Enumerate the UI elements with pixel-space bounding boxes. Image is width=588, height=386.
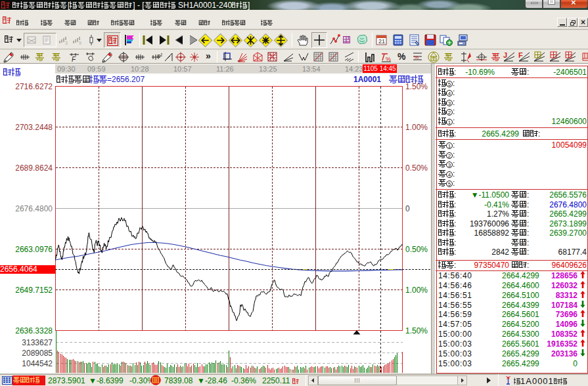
svg-text:J: J: [503, 51, 507, 59]
svg-text:F: F: [518, 51, 523, 59]
svg-text:n²: n²: [157, 53, 162, 59]
svg-text:%: %: [414, 54, 418, 60]
svg-text:9: 9: [79, 41, 81, 45]
svg-text:F: F: [72, 56, 76, 63]
svg-text:21: 21: [378, 38, 385, 45]
svg-text:3: 3: [65, 41, 68, 45]
